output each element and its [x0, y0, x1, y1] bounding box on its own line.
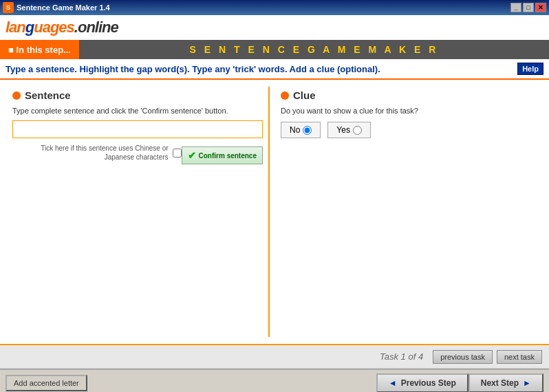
chinese-characters-checkbox[interactable] — [173, 149, 182, 157]
clue-no-label: No — [290, 125, 300, 135]
sentence-panel-title: Sentence — [25, 89, 71, 101]
sentence-bullet — [12, 91, 21, 100]
add-accented-letter-button[interactable]: Add accented letter — [6, 375, 87, 391]
bottom-bar: Add accented letter ◄ Previous Step Next… — [0, 369, 549, 392]
instruction-text: Type a sentence. Highlight the gap word(… — [6, 64, 380, 74]
clue-no-option[interactable]: No — [281, 122, 321, 138]
title-bar: S Sentence Game Maker 1.4 _ □ ✕ — [0, 0, 549, 15]
clue-bullet — [281, 91, 289, 100]
app-icon: S — [3, 2, 14, 13]
step-buttons: ◄ Previous Step Next Step ► — [376, 373, 543, 392]
next-step-button[interactable]: Next Step ► — [469, 373, 543, 392]
clue-radio-group: No Yes — [281, 122, 531, 138]
clue-no-radio[interactable] — [303, 126, 312, 135]
clue-question: Do you want to show a clue for this task… — [281, 107, 531, 115]
next-task-button[interactable]: next task — [497, 350, 542, 364]
sentence-input[interactable] — [12, 120, 263, 138]
sentence-panel: Sentence Type complete sentence and clic… — [7, 87, 270, 337]
chinese-checkbox-label: Tick here if this sentence uses Chinese … — [12, 144, 169, 162]
banner-text: S E N T E N C E G A M E M A K E R — [190, 44, 439, 55]
logo-bar: languages.online — [0, 15, 549, 40]
in-this-step-label: ■ In this step... — [8, 45, 71, 55]
previous-step-button[interactable]: ◄ Previous Step — [376, 373, 469, 392]
next-arrow-icon: ► — [523, 378, 531, 388]
previous-task-button[interactable]: previous task — [433, 350, 493, 364]
main-content: Sentence Type complete sentence and clic… — [0, 80, 549, 344]
clue-panel: Clue Do you want to show a clue for this… — [270, 87, 542, 337]
confirm-sentence-button[interactable]: ✔ Confirm sentence — [182, 146, 263, 164]
clue-yes-label: Yes — [336, 125, 350, 135]
previous-arrow-icon: ◄ — [389, 378, 397, 388]
help-button[interactable]: Help — [517, 63, 543, 75]
instruction-bar: Type a sentence. Highlight the gap word(… — [0, 59, 549, 80]
minimize-button[interactable]: _ — [510, 3, 521, 12]
clue-yes-radio[interactable] — [353, 126, 362, 135]
task-label: Task 1 of 4 — [380, 351, 423, 362]
clue-panel-title: Clue — [293, 89, 316, 101]
maximize-button[interactable]: □ — [523, 3, 534, 12]
checkmark-icon: ✔ — [188, 150, 196, 161]
logo-text: languages.online — [6, 19, 118, 36]
sentence-subtitle: Type complete sentence and click the 'Co… — [12, 107, 263, 115]
close-button[interactable]: ✕ — [535, 3, 546, 12]
task-nav-bar: Task 1 of 4 previous task next task — [0, 344, 549, 369]
step-bar: ■ In this step... S E N T E N C E G A M … — [0, 40, 549, 59]
clue-yes-option[interactable]: Yes — [327, 122, 371, 138]
window-title: Sentence Game Maker 1.4 — [17, 3, 110, 12]
